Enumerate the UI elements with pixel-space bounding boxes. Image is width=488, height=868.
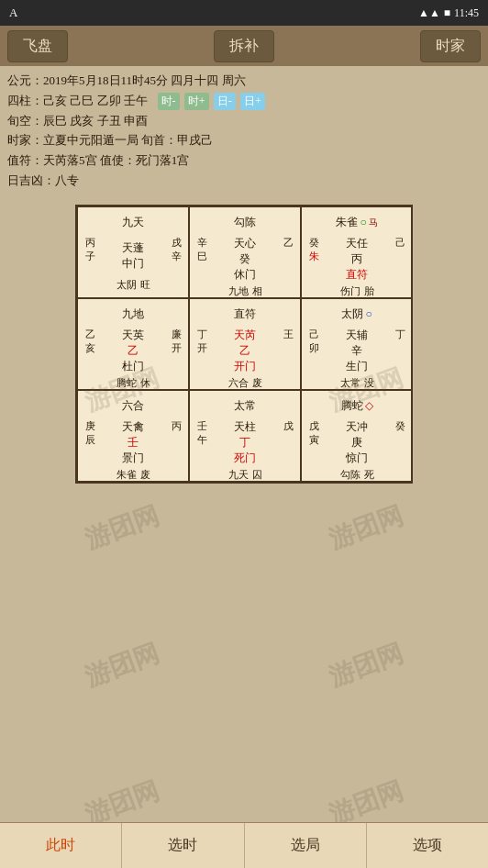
- cell-s-left: 壬 午: [193, 419, 211, 466]
- time-plus-btn[interactable]: 时+: [184, 93, 209, 110]
- sw-shen: 朱雀: [116, 468, 137, 482]
- e-door: 生门: [346, 359, 368, 374]
- s-status: 囚: [252, 468, 262, 482]
- cell-ne-top: 朱雀 ○ 马: [305, 210, 409, 236]
- shijia-button[interactable]: 时家: [420, 30, 481, 62]
- n-status: 相: [252, 284, 262, 298]
- se-star: 天冲: [346, 419, 368, 435]
- chabu-button[interactable]: 拆补: [214, 30, 274, 62]
- info-line2: 四柱：己亥 己巳 乙卯 壬午 时- 时+ 日- 日+: [7, 92, 481, 111]
- cell-center-center: 天芮 乙 开门: [211, 328, 279, 374]
- e-dz-left: 卯: [309, 341, 319, 355]
- se-tg2: 庚: [351, 435, 362, 451]
- cell-w-right: 廉 开: [167, 328, 185, 374]
- cell-nw-top: 九天: [81, 210, 185, 236]
- s-tg-left: 壬: [197, 419, 207, 433]
- n-tg-left: 辛: [197, 236, 207, 250]
- cell-se-left: 戊 寅: [305, 419, 323, 466]
- tab-xuanshi[interactable]: 选时: [122, 823, 244, 868]
- ne-door: 直符: [346, 267, 368, 283]
- qimen-grid: 九天 丙 子 天蓬 中门 戌 辛 太阴 旺: [75, 205, 413, 484]
- time-minus-btn[interactable]: 时-: [158, 93, 180, 110]
- s-dz-left: 午: [197, 433, 207, 447]
- day-minus-btn[interactable]: 日-: [214, 93, 236, 110]
- s-door: 死门: [234, 451, 256, 466]
- cell-se-top: 腾蛇 ◇: [305, 394, 409, 419]
- nw-dz-left: 子: [85, 250, 95, 263]
- cell-w: 九地 乙 亥 天英 乙 杜门 廉 开 腾蛇 休: [77, 298, 189, 390]
- rijixiong-text: 日吉凶：八专: [7, 173, 79, 187]
- se-status: 死: [364, 468, 374, 482]
- ne-circle: ○: [360, 216, 366, 229]
- s-shen: 九天: [228, 468, 249, 482]
- cell-sw-right: 丙: [167, 419, 185, 466]
- e-shen: 太常: [340, 376, 360, 390]
- ne-heaven: 朱雀: [336, 215, 358, 230]
- n-door: 休门: [234, 267, 256, 283]
- date-text: 公元：2019年5月18日11时45分 四月十四 周六: [7, 73, 246, 87]
- cell-nw-right: 戌 辛: [167, 236, 185, 276]
- s-star: 天柱: [234, 419, 256, 435]
- cell-e-center: 天辅 辛 生门: [323, 328, 391, 374]
- sw-heaven: 六合: [122, 398, 144, 414]
- n-shen: 九地: [228, 284, 249, 298]
- w-door: 杜门: [122, 359, 144, 374]
- cell-s-bot: 九天 囚: [193, 466, 297, 484]
- info-line3: 旬空：辰巳 戌亥 子丑 申酉: [7, 112, 481, 131]
- cell-se-center: 天冲 庚 惊门: [323, 419, 391, 466]
- cell-w-left: 乙 亥: [81, 328, 99, 374]
- cell-e: 太阴 ○ 己 卯 天辅 辛 生门 丁 太常 没: [301, 298, 413, 390]
- cell-ne-center: 天任 丙 直符: [323, 236, 391, 283]
- e-status: 没: [364, 376, 374, 390]
- nw-star: 天蓬: [122, 240, 144, 256]
- cell-center-right: 王: [279, 328, 297, 374]
- battery-icon: ■: [444, 6, 450, 20]
- tab-xuanxiang[interactable]: 选项: [367, 823, 488, 868]
- cell-ne: 朱雀 ○ 马 癸 朱 天任 丙 直符 己 伤门 胎: [301, 206, 413, 298]
- n-shen2: 癸: [239, 251, 250, 267]
- nw-tg-left: 丙: [85, 236, 95, 250]
- status-bar: A ▲▲ ■ 11:45: [0, 0, 488, 26]
- info-line5: 值符：天芮落5宫 值使：死门落1宫: [7, 151, 481, 171]
- cell-w-center: 天英 乙 杜门: [99, 328, 167, 374]
- se-dz-left: 寅: [309, 433, 319, 447]
- c-dz-left: 开: [197, 341, 207, 355]
- cell-s-center: 天柱 丁 死门: [211, 419, 279, 466]
- status-right: ▲▲ ■ 11:45: [418, 6, 479, 20]
- cell-n-left: 辛 巳: [193, 236, 211, 283]
- toolbar: 飞盘 拆补 时家: [0, 26, 488, 66]
- feipan-button[interactable]: 飞盘: [7, 30, 68, 62]
- info-line1: 公元：2019年5月18日11时45分 四月十四 周六: [7, 72, 481, 91]
- c-heaven: 直符: [234, 306, 256, 322]
- sw-door: 景门: [122, 451, 144, 466]
- day-plus-btn[interactable]: 日+: [240, 93, 265, 110]
- w-tg-right: 廉: [172, 328, 182, 341]
- cell-n-top: 勾陈: [193, 210, 297, 236]
- tab-xuanju[interactable]: 选局: [245, 823, 367, 868]
- s-heaven: 太常: [234, 398, 256, 414]
- s-tg-right: 戊: [283, 419, 294, 433]
- tab-xuanshi-label: 选时: [168, 836, 197, 855]
- w-heaven: 九地: [122, 306, 144, 322]
- ne-tg2: 丙: [351, 251, 362, 267]
- cell-se: 腾蛇 ◇ 戊 寅 天冲 庚 惊门 癸 勾陈 死: [301, 390, 413, 482]
- cell-center: 直符 丁 开 天芮 乙 开门 王 六合 废: [189, 298, 301, 390]
- ne-star: 天任: [346, 236, 368, 251]
- nw-status: 旺: [140, 278, 150, 292]
- cell-ne-right: 己: [391, 236, 409, 283]
- sw-dz-left: 辰: [85, 433, 95, 447]
- cell-s-top: 太常: [193, 394, 297, 419]
- info-line4: 时家：立夏中元阳遁一局 旬首：甲戌己: [7, 131, 481, 150]
- c-tg-left: 丁: [197, 328, 207, 341]
- c-tg-red: 乙: [239, 343, 250, 359]
- bottom-tabs: 此时 选时 选局 选项: [0, 822, 488, 868]
- cell-n-right: 乙: [279, 236, 297, 283]
- tab-cishi[interactable]: 此时: [0, 823, 122, 868]
- cell-sw: 六合 庚 辰 天禽 壬 景门 丙 朱雀 废: [77, 390, 189, 482]
- c-tg-right: 王: [283, 328, 294, 341]
- e-tg-right: 丁: [395, 328, 405, 341]
- n-heaven: 勾陈: [234, 215, 256, 230]
- cell-ne-left: 癸 朱: [305, 236, 323, 283]
- e-tg-left: 己: [309, 328, 319, 341]
- w-dz-right: 开: [172, 341, 182, 355]
